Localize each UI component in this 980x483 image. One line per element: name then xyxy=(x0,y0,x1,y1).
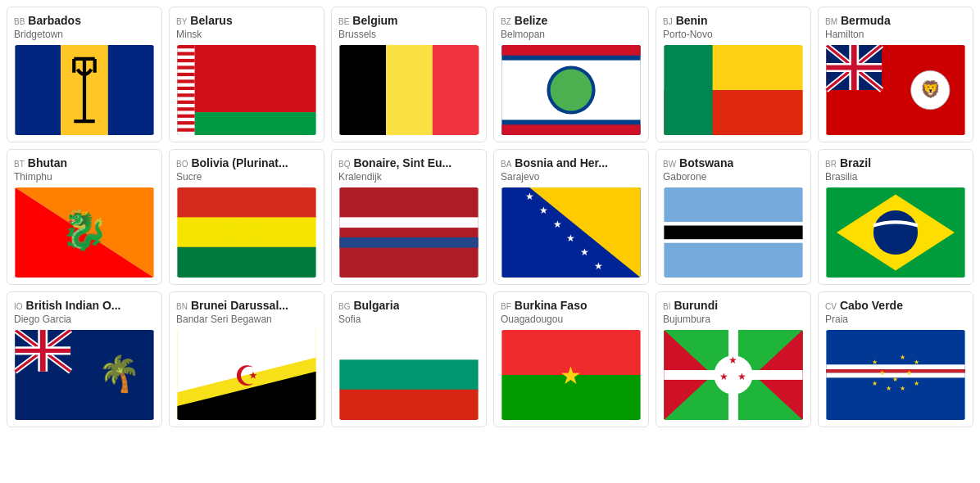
country-card-bt[interactable]: btBhutanThimphu🐉 xyxy=(7,149,162,285)
svg-rect-26 xyxy=(177,93,194,97)
country-card-bz[interactable]: bzBelizeBelmopan xyxy=(493,7,649,142)
country-code: bq xyxy=(338,160,350,169)
country-name: Bosnia and Her... xyxy=(515,156,608,169)
svg-rect-28 xyxy=(177,107,194,111)
svg-rect-125 xyxy=(826,369,964,372)
card-header: beBelgium xyxy=(338,14,479,27)
country-name: Cabo Verde xyxy=(840,299,903,312)
country-code: ba xyxy=(501,160,511,169)
svg-rect-84 xyxy=(664,243,802,278)
country-card-bn[interactable]: bnBrunei Darussal...Bandar Seri Begawan☪ xyxy=(169,291,324,427)
country-code: br xyxy=(825,160,837,169)
country-code: bj xyxy=(663,17,673,26)
country-capital: Bandar Seri Begawan xyxy=(176,314,317,325)
svg-rect-61 xyxy=(177,247,315,278)
card-header: ioBritish Indian O... xyxy=(14,299,155,312)
card-header: bfBurkina Faso xyxy=(501,299,642,312)
country-card-io[interactable]: ioBritish Indian O...Diego Garcia🌴 xyxy=(7,291,162,427)
country-code: bf xyxy=(501,302,511,311)
svg-rect-124 xyxy=(826,364,964,369)
svg-rect-32 xyxy=(339,45,386,135)
country-card-bq[interactable]: bqBonaire, Sint Eu...Kralendijk xyxy=(331,149,487,285)
country-card-be[interactable]: beBelgiumBrussels xyxy=(331,7,487,142)
svg-rect-17 xyxy=(177,112,315,135)
country-name: Belgium xyxy=(352,14,397,27)
svg-rect-38 xyxy=(501,124,640,135)
country-capital: Porto-Novo xyxy=(663,29,804,40)
country-name: Burkina Faso xyxy=(515,299,588,312)
svg-text:★: ★ xyxy=(893,375,899,383)
country-card-bo[interactable]: boBolivia (Plurinat...Sucre xyxy=(169,149,324,285)
card-header: bmBermuda xyxy=(825,14,966,27)
flag-cv: ★★★★★★★★★★ xyxy=(825,330,966,420)
svg-text:★: ★ xyxy=(900,353,905,361)
country-capital: Bridgetown xyxy=(14,29,155,40)
country-name: Brunei Darussal... xyxy=(191,299,288,312)
country-name: Benin xyxy=(676,14,708,27)
country-name: Bonaire, Sint Eu... xyxy=(353,156,451,169)
svg-rect-21 xyxy=(177,59,194,62)
svg-text:★: ★ xyxy=(872,358,878,366)
svg-text:★: ★ xyxy=(906,368,912,377)
country-capital: Thimphu xyxy=(14,171,155,183)
country-card-bi[interactable]: biBurundiBujumbura★★★ xyxy=(656,291,811,427)
svg-text:★: ★ xyxy=(872,379,878,387)
country-card-ba[interactable]: baBosnia and Her...Sarajevo★★★★★★★★★★★★ xyxy=(493,149,649,285)
flag-bw xyxy=(663,187,804,278)
country-card-bf[interactable]: bfBurkina FasoOuagadougou★ xyxy=(493,291,649,427)
country-capital: Sarajevo xyxy=(501,171,642,183)
svg-rect-0 xyxy=(15,45,61,135)
svg-text:★: ★ xyxy=(886,384,892,392)
country-code: bi xyxy=(663,302,670,311)
svg-rect-37 xyxy=(501,45,640,56)
country-card-bj[interactable]: bjBeninPorto-Novo xyxy=(656,7,811,142)
svg-rect-16 xyxy=(177,45,315,112)
flag-bg xyxy=(338,330,479,420)
country-card-br[interactable]: brBrazilBrasilia xyxy=(818,149,973,285)
country-card-bw[interactable]: bwBotswanaGaborone xyxy=(656,149,811,285)
country-name: Botswana xyxy=(679,156,733,169)
svg-text:★: ★ xyxy=(560,362,583,389)
flag-be xyxy=(338,45,479,135)
country-capital: Sofia xyxy=(338,314,479,325)
country-name: Burundi xyxy=(674,299,718,312)
country-code: bm xyxy=(825,17,837,26)
svg-rect-20 xyxy=(177,52,194,55)
svg-text:★: ★ xyxy=(553,219,562,230)
svg-rect-82 xyxy=(664,226,802,240)
svg-rect-33 xyxy=(386,45,433,135)
svg-rect-103 xyxy=(339,330,478,360)
card-header: bgBulgaria xyxy=(338,299,479,312)
card-header: bwBotswana xyxy=(663,156,804,169)
country-code: bt xyxy=(14,160,25,169)
svg-rect-19 xyxy=(177,45,194,48)
svg-text:★: ★ xyxy=(539,205,548,216)
country-name: Brazil xyxy=(840,156,871,169)
country-code: bb xyxy=(14,17,25,26)
svg-text:★: ★ xyxy=(914,379,919,387)
country-code: bw xyxy=(663,160,676,169)
svg-rect-65 xyxy=(339,237,478,248)
country-capital: Hamilton xyxy=(825,29,966,40)
country-card-bm[interactable]: bmBermudaHamilton🦁 xyxy=(818,7,973,142)
svg-rect-25 xyxy=(177,87,194,90)
country-card-bg[interactable]: bgBulgariaSofia xyxy=(331,291,487,427)
country-card-bb[interactable]: bbBarbadosBridgetown xyxy=(7,7,162,142)
card-header: byBelarus xyxy=(176,14,317,27)
country-card-cv[interactable]: cvCabo VerdePraia★★★★★★★★★★ xyxy=(818,291,973,427)
svg-text:★: ★ xyxy=(879,368,885,377)
card-header: bnBrunei Darussal... xyxy=(176,299,317,312)
svg-text:🐉: 🐉 xyxy=(61,207,109,253)
country-capital: Bujumbura xyxy=(663,314,804,325)
svg-rect-31 xyxy=(177,129,194,132)
card-header: baBosnia and Her... xyxy=(501,156,642,169)
card-header: bjBenin xyxy=(663,14,804,27)
flag-br xyxy=(825,187,966,278)
flag-bm: 🦁 xyxy=(825,45,966,135)
country-code: by xyxy=(176,17,187,26)
country-code: cv xyxy=(825,302,837,311)
flag-bi: ★★★ xyxy=(663,330,804,420)
country-capital: Sucre xyxy=(176,171,317,183)
flag-bz xyxy=(501,45,642,135)
country-card-by[interactable]: byBelarusMinsk xyxy=(169,7,324,142)
